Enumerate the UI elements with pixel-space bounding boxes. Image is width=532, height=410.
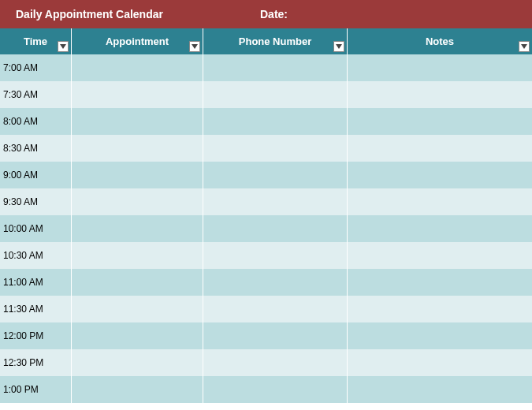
table-row: 1:00 PM [0,376,532,403]
cell-time[interactable]: 12:30 PM [0,349,72,376]
column-header-time: Time [0,28,72,54]
cell-appointment[interactable] [72,322,203,349]
cell-notes[interactable] [348,296,532,322]
filter-button-phone[interactable] [333,41,344,52]
table-row: 12:00 PM [0,322,532,349]
column-header-appointment: Appointment [72,28,203,54]
table-row: 7:30 AM [0,81,532,108]
cell-notes[interactable] [348,242,532,269]
cell-appointment[interactable] [72,215,203,242]
cell-phone[interactable] [203,349,348,376]
table-row: 11:00 AM [0,269,532,296]
cell-notes[interactable] [348,188,532,215]
table-body: 7:00 AM7:30 AM8:00 AM8:30 AM9:00 AM9:30 … [0,54,532,403]
cell-appointment[interactable] [72,269,203,296]
table-row: 8:30 AM [0,135,532,162]
cell-time[interactable]: 10:30 AM [0,242,72,269]
cell-time[interactable]: 8:30 AM [0,135,72,162]
table-row: 7:00 AM [0,54,532,81]
cell-phone[interactable] [203,81,348,108]
cell-phone[interactable] [203,242,348,269]
cell-phone[interactable] [203,269,348,296]
chevron-down-icon [60,44,66,49]
cell-phone[interactable] [203,322,348,349]
date-label: Date: [260,8,288,20]
chevron-down-icon [336,44,342,49]
cell-phone[interactable] [203,188,348,215]
app-title: Daily Appointment Calendar [16,8,260,20]
cell-appointment[interactable] [72,54,203,81]
cell-appointment[interactable] [72,135,203,162]
column-label: Notes [426,35,454,47]
cell-time[interactable]: 10:00 AM [0,215,72,242]
table-row: 9:30 AM [0,188,532,215]
titlebar: Daily Appointment Calendar Date: [0,0,532,28]
table-row: 10:00 AM [0,215,532,242]
table-header-row: Time Appointment Phone Number Notes [0,28,532,54]
filter-button-notes[interactable] [519,41,530,52]
column-label: Appointment [106,35,169,47]
cell-notes[interactable] [348,108,532,135]
cell-phone[interactable] [203,108,348,135]
cell-notes[interactable] [348,135,532,162]
table-row: 8:00 AM [0,108,532,135]
cell-time[interactable]: 12:00 PM [0,322,72,349]
cell-phone[interactable] [203,135,348,162]
cell-notes[interactable] [348,81,532,108]
table-row: 10:30 AM [0,242,532,269]
cell-time[interactable]: 7:30 AM [0,81,72,108]
cell-notes[interactable] [348,376,532,403]
table-row: 9:00 AM [0,162,532,188]
cell-time[interactable]: 7:00 AM [0,54,72,81]
cell-time[interactable]: 9:00 AM [0,162,72,188]
cell-notes[interactable] [348,162,532,188]
filter-button-time[interactable] [58,41,69,52]
cell-appointment[interactable] [72,349,203,376]
cell-time[interactable]: 11:00 AM [0,269,72,296]
cell-notes[interactable] [348,349,532,376]
table-row: 11:30 AM [0,296,532,322]
cell-appointment[interactable] [72,188,203,215]
cell-time[interactable]: 11:30 AM [0,296,72,322]
cell-phone[interactable] [203,215,348,242]
cell-notes[interactable] [348,269,532,296]
cell-phone[interactable] [203,376,348,403]
column-header-notes: Notes [348,28,532,54]
cell-time[interactable]: 1:00 PM [0,376,72,403]
cell-phone[interactable] [203,162,348,188]
cell-time[interactable]: 8:00 AM [0,108,72,135]
column-header-phone: Phone Number [203,28,348,54]
table-row: 12:30 PM [0,349,532,376]
cell-appointment[interactable] [72,81,203,108]
cell-phone[interactable] [203,54,348,81]
filter-button-appointment[interactable] [189,41,200,52]
cell-appointment[interactable] [72,162,203,188]
chevron-down-icon [521,44,527,49]
column-label: Phone Number [239,35,311,47]
column-label: Time [24,35,47,47]
cell-notes[interactable] [348,215,532,242]
cell-appointment[interactable] [72,376,203,403]
chevron-down-icon [192,44,198,49]
cell-appointment[interactable] [72,108,203,135]
cell-notes[interactable] [348,322,532,349]
cell-notes[interactable] [348,54,532,81]
cell-appointment[interactable] [72,242,203,269]
cell-time[interactable]: 9:30 AM [0,188,72,215]
cell-phone[interactable] [203,296,348,322]
cell-appointment[interactable] [72,296,203,322]
